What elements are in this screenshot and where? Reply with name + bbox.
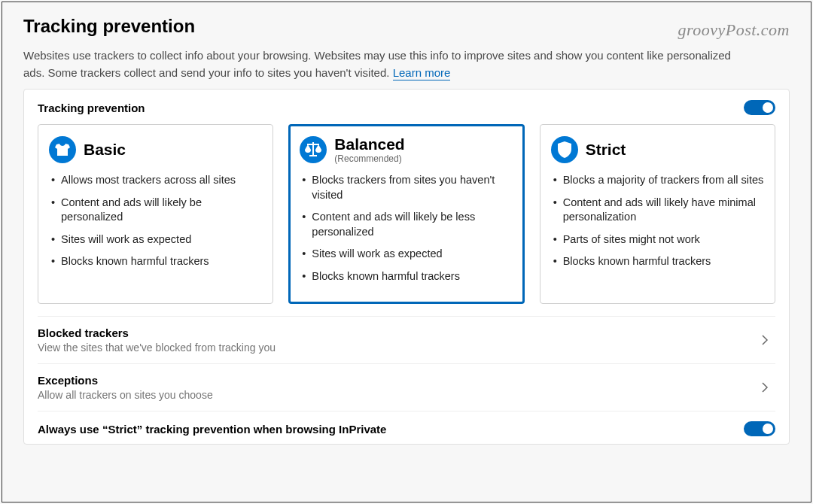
list-item: Allows most trackers across all sites: [49, 173, 262, 188]
option-basic-title-wrap: Basic: [84, 141, 126, 159]
scales-icon: [300, 136, 327, 163]
page-frame: groovyPost.com Tracking prevention Websi…: [2, 2, 811, 502]
list-item: Content and ads will likely be personali…: [49, 196, 262, 225]
list-item: Content and ads will likely be less pers…: [300, 210, 513, 239]
list-item: Blocks known harmful trackers: [300, 269, 513, 284]
tracking-prevention-toggle[interactable]: [744, 100, 775, 115]
card-title: Tracking prevention: [38, 102, 145, 114]
list-item: Sites will work as expected: [49, 232, 262, 247]
blocked-trackers-info: Blocked trackers View the sites that we'…: [38, 326, 276, 354]
option-strict-title-wrap: Strict: [586, 141, 626, 159]
option-balanced-list: Blocks trackers from sites you haven't v…: [300, 173, 513, 284]
option-strict-head: Strict: [551, 134, 764, 165]
option-strict[interactable]: Strict Blocks a majority of trackers fro…: [540, 124, 775, 304]
exceptions-desc: Allow all trackers on sites you choose: [38, 389, 213, 401]
watermark-text: groovyPost.com: [678, 20, 790, 40]
toggle-knob: [763, 424, 773, 434]
options-row: Basic Allows most trackers across all si…: [38, 124, 775, 304]
option-balanced[interactable]: Balanced (Recommended) Blocks trackers f…: [288, 124, 524, 304]
option-balanced-subtitle: (Recommended): [334, 153, 404, 164]
tshirt-icon: [49, 136, 76, 163]
option-basic-list: Allows most trackers across all sites Co…: [49, 173, 262, 269]
blocked-trackers-title: Blocked trackers: [38, 326, 276, 339]
inprivate-strict-toggle[interactable]: [744, 421, 775, 436]
list-item: Blocks a majority of trackers from all s…: [551, 173, 764, 188]
chevron-right-icon: [759, 381, 771, 393]
option-balanced-head: Balanced (Recommended): [300, 134, 513, 165]
option-strict-title: Strict: [586, 141, 626, 159]
list-item: Sites will work as expected: [300, 247, 513, 262]
list-item: Content and ads will likely have minimal…: [551, 196, 764, 225]
list-item: Blocks known harmful trackers: [551, 254, 764, 269]
option-balanced-title-wrap: Balanced (Recommended): [334, 135, 404, 164]
learn-more-link[interactable]: Learn more: [393, 66, 451, 80]
inprivate-strict-info: Always use “Strict” tracking prevention …: [38, 423, 386, 436]
exceptions-title: Exceptions: [38, 374, 213, 387]
tracking-prevention-card: Tracking prevention Basic Allows: [23, 89, 790, 445]
list-item: Blocks known harmful trackers: [49, 254, 262, 269]
option-basic-head: Basic: [49, 134, 262, 165]
blocked-trackers-desc: View the sites that we've blocked from t…: [38, 342, 276, 354]
inprivate-strict-title: Always use “Strict” tracking prevention …: [38, 423, 386, 436]
option-balanced-title: Balanced: [334, 135, 404, 153]
toggle-knob: [763, 102, 773, 113]
exceptions-row[interactable]: Exceptions Allow all trackers on sites y…: [38, 363, 775, 411]
list-item: Parts of sites might not work: [551, 232, 764, 247]
chevron-right-icon: [759, 334, 771, 346]
svg-rect-4: [309, 155, 317, 156]
page-title: Tracking prevention: [23, 16, 790, 37]
exceptions-info: Exceptions Allow all trackers on sites y…: [38, 374, 213, 401]
page-description-text: Websites use trackers to collect info ab…: [23, 49, 731, 79]
list-item: Blocks trackers from sites you haven't v…: [300, 173, 513, 202]
card-header: Tracking prevention: [38, 100, 775, 115]
option-basic[interactable]: Basic Allows most trackers across all si…: [38, 124, 273, 304]
option-strict-list: Blocks a majority of trackers from all s…: [551, 173, 764, 269]
shield-icon: [551, 136, 578, 163]
option-basic-title: Basic: [84, 141, 126, 159]
inprivate-strict-row: Always use “Strict” tracking prevention …: [38, 411, 775, 444]
blocked-trackers-row[interactable]: Blocked trackers View the sites that we'…: [38, 316, 775, 363]
page-description: Websites use trackers to collect info ab…: [23, 47, 731, 81]
